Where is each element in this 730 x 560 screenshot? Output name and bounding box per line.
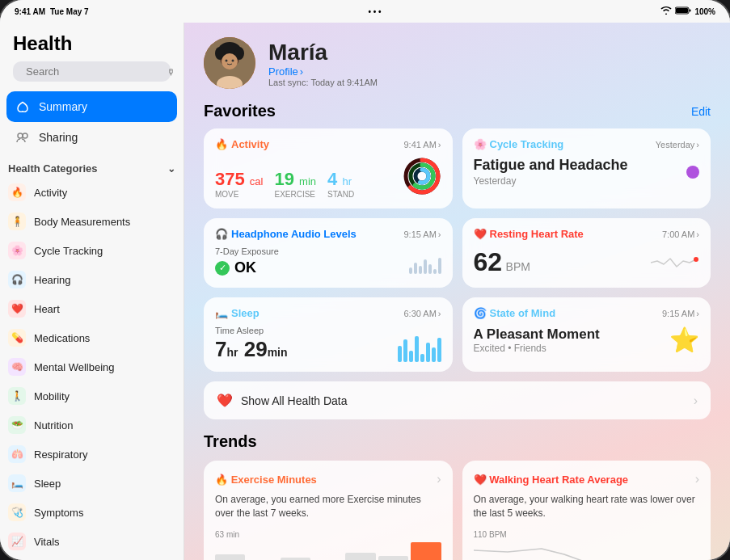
categories-title: Health Categories	[8, 162, 98, 175]
heart-rate-title: ❤️ Resting Heart Rate	[474, 228, 584, 240]
search-input[interactable]	[26, 65, 162, 78]
state-chevron: ›	[696, 309, 699, 318]
heart-rate-time: 7:00 AM ›	[662, 229, 699, 239]
sleep-bars	[398, 334, 441, 362]
heart-rate-card[interactable]: ❤️ Resting Heart Rate 7:00 AM › 62	[462, 218, 711, 288]
symptoms-label: Symptoms	[34, 507, 83, 519]
sharing-icon	[15, 129, 31, 145]
sidebar-item-activity[interactable]: 🔥 Activity	[0, 178, 184, 207]
sidebar-item-body[interactable]: 🧍 Body Measurements	[0, 207, 184, 236]
mobility-label: Mobility	[34, 390, 70, 402]
sleep-label: Sleep	[34, 478, 61, 490]
status-bar: 9:41 AM Tue May 7 • • •	[0, 0, 730, 23]
show-all-chevron-icon: ›	[694, 394, 698, 408]
headphone-card[interactable]: 🎧 Headphone Audio Levels 9:15 AM › 7-Day…	[204, 218, 453, 288]
avatar	[204, 37, 255, 89]
sidebar-item-heart[interactable]: ❤️ Heart	[0, 294, 184, 323]
sidebar-item-mobility[interactable]: 🚶 Mobility	[0, 381, 184, 411]
body-icon: 🧍	[8, 213, 26, 230]
activity-card[interactable]: 🔥 Activity 9:41 AM ›	[204, 128, 453, 208]
profile-link[interactable]: Profile ›	[268, 65, 378, 78]
cycle-icon-card: 🌸	[474, 138, 487, 150]
exercise-trend-card[interactable]: 🔥 Exercise Minutes › On average, you ear…	[204, 461, 453, 560]
state-title: 🌀 State of Mind	[474, 307, 556, 319]
heart-rate-trend-card[interactable]: ❤️ Walking Heart Rate Average › On avera…	[462, 461, 711, 560]
ok-checkmark-icon: ✓	[215, 261, 230, 276]
edit-button[interactable]: Edit	[691, 105, 711, 118]
sidebar-item-nutrition[interactable]: 🥗 Nutrition	[0, 411, 184, 440]
activity-card-title: 🔥 Activity	[215, 138, 269, 150]
sidebar-item-vitals[interactable]: 📈 Vitals	[0, 527, 184, 556]
heart-trend-desc: On average, your walking heart rate was …	[474, 493, 700, 520]
svg-point-12	[226, 60, 228, 62]
show-all-text: Show All Health Data	[241, 394, 348, 407]
sidebar-item-symptoms[interactable]: 🩺 Symptoms	[0, 498, 184, 527]
status-day: Tue May 7	[50, 7, 89, 16]
sidebar-item-summary[interactable]: Summary	[6, 91, 177, 122]
profile-header: María Profile › Last sync: Today at 9:41…	[184, 23, 730, 102]
sidebar-item-cycle[interactable]: 🌸 Cycle Tracking	[0, 236, 184, 265]
hearing-label: Hearing	[34, 274, 71, 286]
sleep-icon-card: 🛏️	[215, 307, 228, 319]
sidebar-item-mental[interactable]: 🧠 Mental Wellbeing	[0, 352, 184, 381]
headphone-time: 9:15 AM ›	[403, 229, 441, 239]
exercise-min-label: 63 min	[215, 530, 239, 539]
sidebar-item-other[interactable]: 💧 Other Data	[0, 556, 184, 560]
body-label: Body Measurements	[34, 216, 130, 228]
sidebar-item-medications[interactable]: 💊 Medications	[0, 323, 184, 352]
hr-max-label: 110 BPM	[474, 530, 700, 539]
nutrition-label: Nutrition	[34, 419, 73, 432]
headphone-icon: 🎧	[215, 228, 228, 240]
chevron-down-icon: ⌄	[167, 163, 175, 175]
sidebar-item-hearing[interactable]: 🎧 Hearing	[0, 265, 184, 294]
activity-metrics: 375 cal Move 19 min	[215, 169, 354, 199]
vitals-icon: 📈	[8, 533, 26, 550]
medications-icon: 💊	[8, 329, 26, 347]
symptoms-icon: 🩺	[8, 503, 26, 521]
summary-label: Summary	[39, 100, 87, 113]
status-time: 9:41 AM	[15, 7, 45, 16]
headphone-chevron: ›	[438, 229, 441, 239]
cycle-label: Cycle Tracking	[34, 245, 103, 257]
summary-icon	[15, 99, 31, 115]
sleep-chevron: ›	[438, 309, 441, 318]
sidebar-item-respiratory[interactable]: 🫁 Respiratory	[0, 440, 184, 469]
state-icon: 🌀	[474, 307, 487, 319]
respiratory-icon: 🫁	[8, 445, 26, 463]
favorites-header: Favorites Edit	[184, 102, 730, 128]
time-asleep-label: Time Asleep	[215, 326, 288, 335]
ipad-frame: 9:41 AM Tue May 7 • • •	[0, 0, 730, 560]
trends-title: Trends	[204, 432, 711, 451]
activity-icon: 🔥	[8, 183, 26, 201]
mic-icon: 🎙	[167, 67, 175, 77]
show-all-card[interactable]: ❤️ Show All Health Data ›	[204, 381, 711, 419]
heart-icon: ❤️	[8, 300, 26, 318]
state-value: A Pleasant Moment	[474, 326, 600, 343]
sleep-duration: 7hr 29min	[215, 337, 288, 362]
trends-grid: 🔥 Exercise Minutes › On average, you ear…	[204, 461, 711, 560]
sidebar-item-sharing[interactable]: Sharing	[6, 122, 177, 153]
state-of-mind-card[interactable]: 🌀 State of Mind 9:15 AM › A Pleasant Mom…	[462, 297, 711, 372]
sleep-time-display: 6:30 AM ›	[403, 309, 441, 318]
activity-ring	[403, 157, 441, 196]
sharing-label: Sharing	[39, 131, 78, 144]
profile-sync: Last sync: Today at 9:41AM	[268, 78, 378, 87]
sleep-card[interactable]: 🛏️ Sleep 6:30 AM › Time Asleep	[204, 297, 453, 372]
heart-rate-unit: BPM	[506, 260, 530, 273]
camera-indicator: • • •	[368, 7, 381, 16]
search-box[interactable]: 🎙	[13, 61, 171, 82]
vitals-label: Vitals	[34, 536, 60, 548]
exercise-trend-desc: On average, you earned more Exercise min…	[215, 493, 441, 520]
cycle-card[interactable]: 🌸 Cycle Tracking Yesterday › Fatigue and…	[462, 128, 711, 208]
exposure-label: 7-Day Exposure	[215, 246, 279, 256]
content-area: María Profile › Last sync: Today at 9:41…	[184, 23, 730, 560]
svg-point-13	[232, 60, 234, 62]
sidebar-item-sleep[interactable]: 🛏️ Sleep	[0, 469, 184, 498]
cycle-icon: 🌸	[8, 242, 26, 259]
exercise-chart: 63 min	[215, 530, 441, 560]
heart-trend-icon: ❤️	[474, 474, 487, 486]
activity-time: 9:41 AM ›	[403, 140, 441, 149]
heart-label: Heart	[34, 303, 60, 315]
sidebar: Health 🎙	[0, 23, 184, 560]
respiratory-label: Respiratory	[34, 448, 87, 461]
